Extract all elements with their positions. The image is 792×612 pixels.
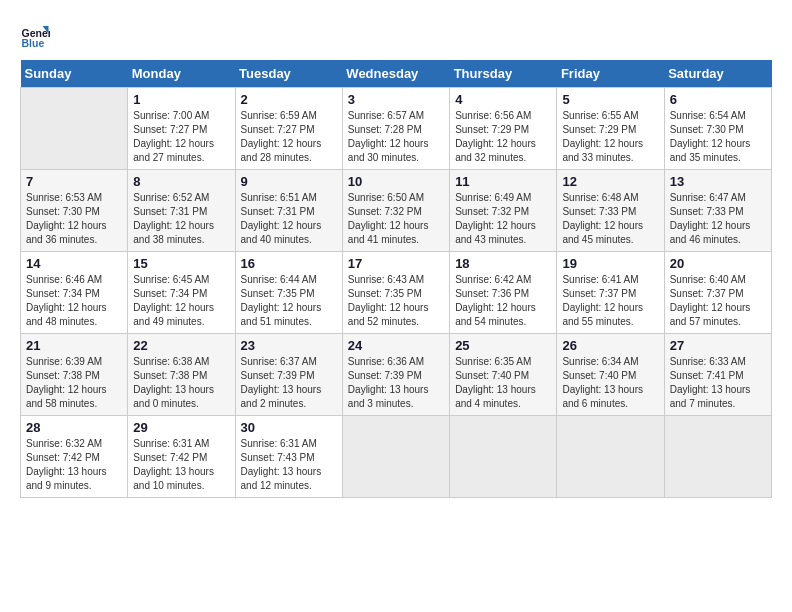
day-number: 26	[562, 338, 658, 353]
day-header-wednesday: Wednesday	[342, 60, 449, 88]
day-info: Sunrise: 6:35 AM Sunset: 7:40 PM Dayligh…	[455, 355, 551, 411]
calendar-cell: 5Sunrise: 6:55 AM Sunset: 7:29 PM Daylig…	[557, 88, 664, 170]
day-number: 15	[133, 256, 229, 271]
day-info: Sunrise: 6:41 AM Sunset: 7:37 PM Dayligh…	[562, 273, 658, 329]
calendar-cell: 24Sunrise: 6:36 AM Sunset: 7:39 PM Dayli…	[342, 334, 449, 416]
day-number: 14	[26, 256, 122, 271]
calendar-cell: 25Sunrise: 6:35 AM Sunset: 7:40 PM Dayli…	[450, 334, 557, 416]
day-number: 1	[133, 92, 229, 107]
day-number: 21	[26, 338, 122, 353]
day-header-sunday: Sunday	[21, 60, 128, 88]
day-header-thursday: Thursday	[450, 60, 557, 88]
calendar-cell	[21, 88, 128, 170]
day-info: Sunrise: 6:33 AM Sunset: 7:41 PM Dayligh…	[670, 355, 766, 411]
day-number: 11	[455, 174, 551, 189]
day-info: Sunrise: 6:43 AM Sunset: 7:35 PM Dayligh…	[348, 273, 444, 329]
day-info: Sunrise: 6:52 AM Sunset: 7:31 PM Dayligh…	[133, 191, 229, 247]
calendar-cell: 13Sunrise: 6:47 AM Sunset: 7:33 PM Dayli…	[664, 170, 771, 252]
day-number: 19	[562, 256, 658, 271]
day-number: 30	[241, 420, 337, 435]
calendar-cell	[557, 416, 664, 498]
day-info: Sunrise: 6:44 AM Sunset: 7:35 PM Dayligh…	[241, 273, 337, 329]
calendar-cell: 23Sunrise: 6:37 AM Sunset: 7:39 PM Dayli…	[235, 334, 342, 416]
day-info: Sunrise: 6:53 AM Sunset: 7:30 PM Dayligh…	[26, 191, 122, 247]
day-number: 6	[670, 92, 766, 107]
days-header-row: SundayMondayTuesdayWednesdayThursdayFrid…	[21, 60, 772, 88]
week-row-1: 1Sunrise: 7:00 AM Sunset: 7:27 PM Daylig…	[21, 88, 772, 170]
day-info: Sunrise: 6:54 AM Sunset: 7:30 PM Dayligh…	[670, 109, 766, 165]
calendar-cell: 18Sunrise: 6:42 AM Sunset: 7:36 PM Dayli…	[450, 252, 557, 334]
calendar-cell: 7Sunrise: 6:53 AM Sunset: 7:30 PM Daylig…	[21, 170, 128, 252]
day-number: 7	[26, 174, 122, 189]
day-info: Sunrise: 6:51 AM Sunset: 7:31 PM Dayligh…	[241, 191, 337, 247]
day-number: 22	[133, 338, 229, 353]
calendar-cell: 21Sunrise: 6:39 AM Sunset: 7:38 PM Dayli…	[21, 334, 128, 416]
day-number: 17	[348, 256, 444, 271]
day-info: Sunrise: 6:45 AM Sunset: 7:34 PM Dayligh…	[133, 273, 229, 329]
day-number: 13	[670, 174, 766, 189]
week-row-4: 21Sunrise: 6:39 AM Sunset: 7:38 PM Dayli…	[21, 334, 772, 416]
calendar-cell: 12Sunrise: 6:48 AM Sunset: 7:33 PM Dayli…	[557, 170, 664, 252]
calendar-cell	[664, 416, 771, 498]
day-header-tuesday: Tuesday	[235, 60, 342, 88]
day-info: Sunrise: 6:48 AM Sunset: 7:33 PM Dayligh…	[562, 191, 658, 247]
day-info: Sunrise: 6:37 AM Sunset: 7:39 PM Dayligh…	[241, 355, 337, 411]
calendar-cell: 2Sunrise: 6:59 AM Sunset: 7:27 PM Daylig…	[235, 88, 342, 170]
day-number: 12	[562, 174, 658, 189]
svg-text:Blue: Blue	[22, 37, 45, 49]
day-number: 4	[455, 92, 551, 107]
day-number: 25	[455, 338, 551, 353]
calendar-cell: 28Sunrise: 6:32 AM Sunset: 7:42 PM Dayli…	[21, 416, 128, 498]
calendar-cell: 14Sunrise: 6:46 AM Sunset: 7:34 PM Dayli…	[21, 252, 128, 334]
day-number: 20	[670, 256, 766, 271]
day-info: Sunrise: 6:56 AM Sunset: 7:29 PM Dayligh…	[455, 109, 551, 165]
week-row-5: 28Sunrise: 6:32 AM Sunset: 7:42 PM Dayli…	[21, 416, 772, 498]
calendar-cell: 3Sunrise: 6:57 AM Sunset: 7:28 PM Daylig…	[342, 88, 449, 170]
calendar-cell	[450, 416, 557, 498]
day-number: 29	[133, 420, 229, 435]
day-info: Sunrise: 6:46 AM Sunset: 7:34 PM Dayligh…	[26, 273, 122, 329]
calendar-cell: 16Sunrise: 6:44 AM Sunset: 7:35 PM Dayli…	[235, 252, 342, 334]
day-info: Sunrise: 6:42 AM Sunset: 7:36 PM Dayligh…	[455, 273, 551, 329]
calendar-cell: 15Sunrise: 6:45 AM Sunset: 7:34 PM Dayli…	[128, 252, 235, 334]
day-number: 9	[241, 174, 337, 189]
day-info: Sunrise: 6:47 AM Sunset: 7:33 PM Dayligh…	[670, 191, 766, 247]
day-info: Sunrise: 6:39 AM Sunset: 7:38 PM Dayligh…	[26, 355, 122, 411]
day-info: Sunrise: 6:55 AM Sunset: 7:29 PM Dayligh…	[562, 109, 658, 165]
week-row-3: 14Sunrise: 6:46 AM Sunset: 7:34 PM Dayli…	[21, 252, 772, 334]
calendar-cell: 26Sunrise: 6:34 AM Sunset: 7:40 PM Dayli…	[557, 334, 664, 416]
day-info: Sunrise: 6:49 AM Sunset: 7:32 PM Dayligh…	[455, 191, 551, 247]
day-number: 28	[26, 420, 122, 435]
calendar-cell: 22Sunrise: 6:38 AM Sunset: 7:38 PM Dayli…	[128, 334, 235, 416]
calendar-cell: 20Sunrise: 6:40 AM Sunset: 7:37 PM Dayli…	[664, 252, 771, 334]
calendar-cell: 11Sunrise: 6:49 AM Sunset: 7:32 PM Dayli…	[450, 170, 557, 252]
day-info: Sunrise: 6:50 AM Sunset: 7:32 PM Dayligh…	[348, 191, 444, 247]
day-header-monday: Monday	[128, 60, 235, 88]
logo: General Blue	[20, 20, 54, 50]
calendar-cell: 8Sunrise: 6:52 AM Sunset: 7:31 PM Daylig…	[128, 170, 235, 252]
day-number: 18	[455, 256, 551, 271]
page-header: General Blue	[20, 20, 772, 50]
calendar-cell: 29Sunrise: 6:31 AM Sunset: 7:42 PM Dayli…	[128, 416, 235, 498]
day-number: 16	[241, 256, 337, 271]
day-info: Sunrise: 6:34 AM Sunset: 7:40 PM Dayligh…	[562, 355, 658, 411]
calendar-cell: 9Sunrise: 6:51 AM Sunset: 7:31 PM Daylig…	[235, 170, 342, 252]
day-info: Sunrise: 6:59 AM Sunset: 7:27 PM Dayligh…	[241, 109, 337, 165]
calendar-cell: 17Sunrise: 6:43 AM Sunset: 7:35 PM Dayli…	[342, 252, 449, 334]
calendar-cell: 30Sunrise: 6:31 AM Sunset: 7:43 PM Dayli…	[235, 416, 342, 498]
day-number: 27	[670, 338, 766, 353]
week-row-2: 7Sunrise: 6:53 AM Sunset: 7:30 PM Daylig…	[21, 170, 772, 252]
day-info: Sunrise: 6:36 AM Sunset: 7:39 PM Dayligh…	[348, 355, 444, 411]
logo-icon: General Blue	[20, 20, 50, 50]
day-info: Sunrise: 6:57 AM Sunset: 7:28 PM Dayligh…	[348, 109, 444, 165]
day-number: 23	[241, 338, 337, 353]
day-info: Sunrise: 6:31 AM Sunset: 7:43 PM Dayligh…	[241, 437, 337, 493]
day-number: 3	[348, 92, 444, 107]
calendar-cell: 10Sunrise: 6:50 AM Sunset: 7:32 PM Dayli…	[342, 170, 449, 252]
day-info: Sunrise: 6:40 AM Sunset: 7:37 PM Dayligh…	[670, 273, 766, 329]
day-header-saturday: Saturday	[664, 60, 771, 88]
calendar-cell: 27Sunrise: 6:33 AM Sunset: 7:41 PM Dayli…	[664, 334, 771, 416]
calendar-cell: 19Sunrise: 6:41 AM Sunset: 7:37 PM Dayli…	[557, 252, 664, 334]
day-number: 8	[133, 174, 229, 189]
day-info: Sunrise: 6:32 AM Sunset: 7:42 PM Dayligh…	[26, 437, 122, 493]
